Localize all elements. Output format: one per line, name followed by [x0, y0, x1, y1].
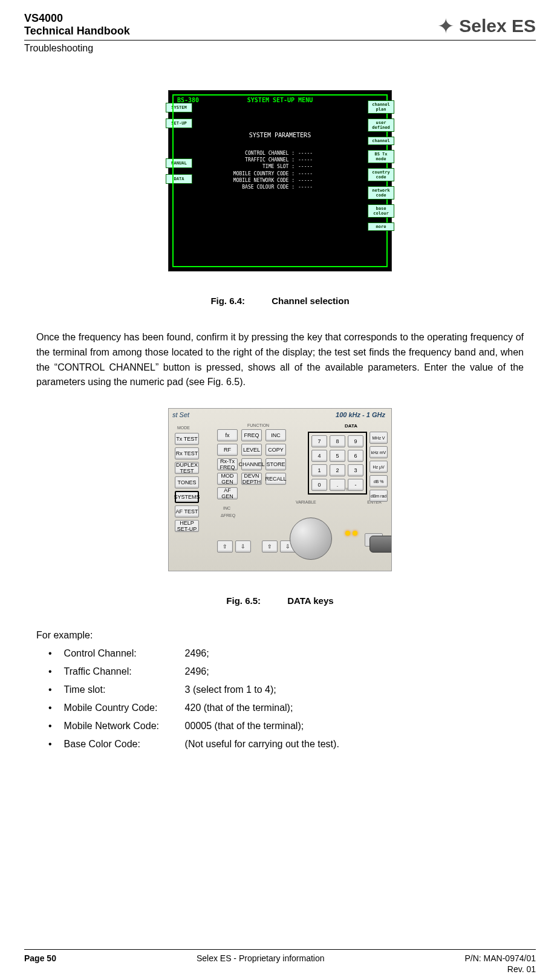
- func-btn: RECALL: [265, 473, 286, 485]
- example-value: (Not useful for carrying out the test).: [185, 739, 339, 750]
- screen-title: SYSTEM SET-UP MENU: [174, 97, 386, 103]
- right-btn: BS Tx mode: [368, 150, 394, 163]
- list-item: Traffic Channel:2496;: [48, 666, 524, 677]
- func-btn: INC: [265, 429, 286, 441]
- unit-btn: MHz V: [370, 432, 388, 444]
- header-rule: [24, 40, 536, 41]
- variable-label: VARIABLE: [296, 500, 316, 504]
- right-btn: base colour: [368, 204, 394, 218]
- caption-text: DATA keys: [287, 595, 333, 606]
- param-value: -----: [295, 184, 319, 190]
- unit-btn: dBm rad: [370, 490, 388, 502]
- right-btn: channel plan: [368, 100, 394, 114]
- function-buttons: fx RF Rx-Tx FREQ MOD GEN AF GEN FREQ LEV…: [217, 429, 286, 499]
- right-btn: country code: [368, 168, 394, 181]
- logo: ✦ Selex ES: [437, 12, 536, 36]
- arrow-down-icon: ⇩: [235, 540, 251, 553]
- list-item: Mobile Network Code:00005 (that of the t…: [48, 721, 524, 732]
- instrument-panel: st Set 100 kHz - 1 GHz DATA MODE FUNCTIO…: [168, 408, 392, 571]
- example-key: Time slot:: [64, 684, 185, 695]
- param-value: -----: [295, 150, 319, 157]
- numeric-keypad: 7 8 9 4 5 6 1 2 3 0 . -: [308, 432, 367, 495]
- body-paragraph: Once the frequency has been found, confi…: [36, 330, 524, 390]
- example-value: 3 (select from 1 to 4);: [185, 684, 276, 695]
- panel-range: 100 kHz - 1 GHz: [336, 411, 385, 418]
- figure-6-5-caption: Fig. 6.5: DATA keys: [24, 595, 536, 606]
- page-footer: Page 50 Selex ES - Proprietary informati…: [24, 949, 536, 974]
- func-btn: Rx-Tx FREQ: [217, 458, 238, 470]
- key-4: 4: [311, 450, 327, 462]
- function-group-label: FUNCTION: [247, 423, 269, 427]
- example-key: Traffic Channel:: [64, 666, 185, 677]
- list-item: Mobile Country Code:420 (that of the ter…: [48, 703, 524, 713]
- key-2: 2: [330, 464, 345, 476]
- figure-6-4-caption: Fig. 6.4: Channel selection: [24, 296, 536, 306]
- key-7: 7: [311, 435, 327, 447]
- footer-center: Selex ES - Proprietary information: [197, 953, 325, 963]
- param-label: MOBILE COUNTRY CODE :: [216, 170, 295, 177]
- footer-rev: Rev. 01: [507, 964, 536, 974]
- mode-btn: Tx TEST: [175, 433, 199, 445]
- func-btn: FREQ: [241, 429, 262, 441]
- unit-btn: kHz mV: [370, 446, 388, 458]
- key-5: 5: [330, 450, 345, 462]
- param-label: MOBILE NETWORK CODE :: [216, 177, 295, 184]
- param-label: TIME SLOT :: [216, 163, 295, 170]
- key-3: 3: [348, 464, 363, 476]
- example-key: Base Color Code:: [64, 739, 185, 750]
- caption-text: Channel selection: [272, 296, 349, 306]
- led-icon: [345, 531, 350, 536]
- doc-title: Technical Handbook: [24, 25, 437, 37]
- func-btn: MOD GEN: [217, 473, 238, 485]
- key-1: 1: [311, 464, 327, 476]
- func-btn: STORE: [265, 458, 286, 470]
- screen-right-buttons: channel plan user defined channel BS Tx …: [368, 100, 394, 231]
- func-btn: COPY: [265, 444, 286, 456]
- section-name: Troubleshooting: [24, 43, 536, 54]
- right-btn: network code: [368, 186, 394, 200]
- arrow-up-icon: ⇧: [217, 540, 233, 553]
- right-btn: channel: [368, 137, 394, 145]
- led-indicators: [345, 531, 357, 536]
- screen-inner: BS-380 SYSTEM SET-UP MENU SYSTEM PARAMET…: [172, 94, 388, 267]
- example-intro: For example:: [36, 630, 524, 641]
- mode-group-label: MODE: [177, 426, 190, 430]
- key-minus: -: [348, 479, 363, 491]
- func-btn: LEVEL: [241, 444, 262, 456]
- func-btn: AF GEN: [217, 487, 238, 499]
- list-item: Base Color Code:(Not useful for carrying…: [48, 739, 524, 750]
- func-btn: RF: [217, 444, 238, 456]
- key-dot: .: [330, 479, 345, 491]
- param-value: -----: [295, 163, 319, 170]
- panel-brand: st Set: [172, 411, 189, 418]
- example-key: Control Channel:: [64, 648, 185, 659]
- func-btn: CHANNEL: [241, 458, 262, 470]
- example-value: 420 (that of the terminal);: [185, 703, 293, 713]
- param-value: -----: [295, 177, 319, 184]
- logo-icon: ✦: [437, 16, 454, 36]
- mode-btn: AF TEST: [175, 505, 199, 518]
- mode-btn: Rx TEST: [175, 447, 199, 459]
- mode-btn: TONES: [175, 476, 199, 488]
- key-8: 8: [330, 435, 345, 447]
- list-item: Control Channel:2496;: [48, 648, 524, 659]
- unit-buttons: MHz V kHz mV Hz μV dB % dBm rad: [370, 432, 388, 502]
- right-btn: more: [368, 222, 394, 231]
- crt-screen: SYSTEM SET-UP MANUAL DATA BS-380 SYSTEM …: [168, 90, 392, 271]
- page-header: VS4000 Technical Handbook ✦ Selex ES: [24, 12, 536, 37]
- variable-knob: [290, 518, 332, 560]
- func-btn: fx: [217, 429, 238, 441]
- footer-pn: P/N: MAN-0974/01: [464, 953, 536, 963]
- mode-buttons: Tx TEST Rx TEST DUPLEX TEST TONES SYSTEM…: [175, 433, 199, 532]
- param-label: TRAFFIC CHANNEL :: [216, 157, 295, 163]
- example-key: Mobile Network Code:: [64, 721, 185, 732]
- param-value: -----: [295, 157, 319, 163]
- param-label: BASE COLOUR CODE :: [216, 184, 295, 190]
- example-value: 00005 (that of the terminal);: [185, 721, 304, 732]
- mode-btn-systems: SYSTEMS: [175, 491, 199, 503]
- spacer: [253, 540, 259, 553]
- unit-btn: dB %: [370, 475, 388, 487]
- screen-subtitle: SYSTEM PARAMETERS: [174, 132, 386, 138]
- mode-btn: HELP SET-UP: [175, 520, 199, 532]
- unit-btn: Hz μV: [370, 461, 388, 473]
